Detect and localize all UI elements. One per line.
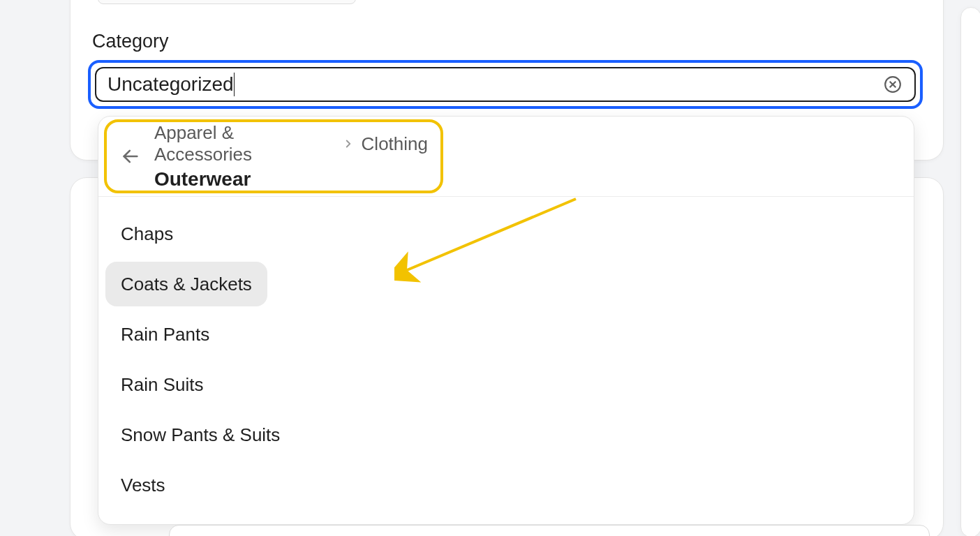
product-thumbnail-sliver bbox=[98, 0, 356, 4]
chevron-right-icon bbox=[342, 137, 355, 150]
category-field[interactable]: Uncategorized bbox=[88, 60, 923, 109]
card-right-edge bbox=[960, 7, 980, 536]
category-label: Category bbox=[92, 31, 169, 52]
option-rain-pants[interactable]: Rain Pants bbox=[105, 312, 225, 357]
option-coats-jackets[interactable]: Coats & Jackets bbox=[105, 262, 267, 306]
breadcrumb-level-2[interactable]: Clothing bbox=[362, 133, 428, 155]
option-chaps[interactable]: Chaps bbox=[105, 211, 188, 256]
category-field-inner: Uncategorized bbox=[95, 67, 916, 102]
option-snow-pants-suits[interactable]: Snow Pants & Suits bbox=[105, 412, 295, 457]
back-icon[interactable] bbox=[119, 145, 142, 168]
clear-icon[interactable] bbox=[882, 74, 903, 95]
category-options: Chaps Coats & Jackets Rain Pants Rain Su… bbox=[105, 211, 907, 513]
text-cursor bbox=[234, 73, 235, 96]
next-field-sliver bbox=[169, 525, 930, 536]
page: Category Uncategorized bbox=[0, 0, 980, 536]
option-rain-suits[interactable]: Rain Suits bbox=[105, 362, 219, 407]
breadcrumb-current: Outerwear bbox=[154, 168, 428, 191]
breadcrumb-path: Apparel & Accessories Clothing bbox=[154, 122, 428, 165]
dropdown-divider bbox=[98, 196, 914, 197]
breadcrumb-highlight: Apparel & Accessories Clothing Outerwear bbox=[104, 119, 443, 193]
category-input-text[interactable]: Uncategorized bbox=[107, 73, 234, 96]
breadcrumb-level-1[interactable]: Apparel & Accessories bbox=[154, 122, 335, 165]
category-dropdown: Apparel & Accessories Clothing Outerwear… bbox=[98, 116, 914, 525]
option-vests[interactable]: Vests bbox=[105, 463, 181, 507]
breadcrumb-text: Apparel & Accessories Clothing Outerwear bbox=[154, 122, 428, 191]
